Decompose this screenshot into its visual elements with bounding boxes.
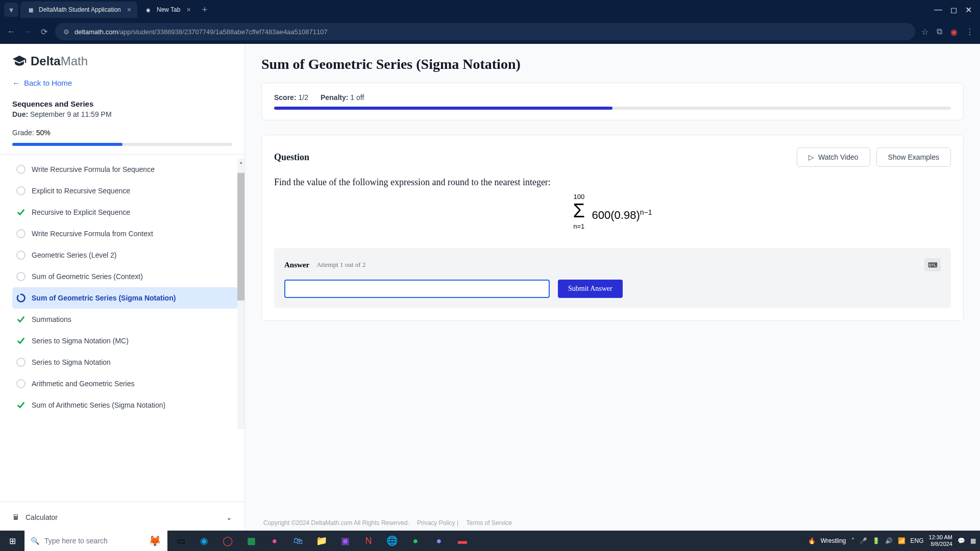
- discord-icon[interactable]: ●: [428, 531, 450, 551]
- check-icon: [16, 315, 26, 324]
- spotify-icon[interactable]: ●: [404, 531, 427, 551]
- show-examples-button[interactable]: Show Examples: [876, 147, 951, 167]
- edge-icon[interactable]: ◉: [193, 531, 215, 551]
- url-input[interactable]: ⚙ deltamath.com/app/student/3388938/2370…: [55, 23, 915, 40]
- due-value: September 9 at 11:59 PM: [28, 110, 111, 118]
- skill-item[interactable]: Arithmetic and Geometric Series: [12, 373, 238, 394]
- reload-icon[interactable]: ⟳: [39, 27, 49, 37]
- active-tab[interactable]: ▦ DeltaMath Student Application ×: [20, 2, 137, 18]
- skill-item[interactable]: Series to Sigma Notation (MC): [12, 330, 238, 352]
- grade-value: 50%: [36, 129, 51, 137]
- answer-heading: Answer: [284, 261, 309, 269]
- battery-icon[interactable]: 🔋: [872, 537, 880, 544]
- watch-video-label: Watch Video: [818, 153, 859, 161]
- skill-item[interactable]: Sum of Geometric Series (Sigma Notation): [12, 287, 238, 309]
- logo-math: Math: [61, 54, 88, 68]
- progress-icon: [16, 293, 26, 303]
- close-tab-icon[interactable]: ×: [127, 6, 131, 14]
- inactive-tab[interactable]: ◉ New Tab ×: [138, 2, 197, 18]
- page-title: Sum of Geometric Series (Sigma Notation): [261, 56, 964, 72]
- explorer-icon[interactable]: 📁: [310, 531, 333, 551]
- calculator-toggle[interactable]: 🖩 Calculator ⌄: [12, 508, 232, 527]
- maximize-icon[interactable]: ◻: [950, 5, 957, 15]
- lang-indicator[interactable]: ENG: [911, 537, 924, 544]
- weather-icon[interactable]: 🔥: [808, 537, 816, 544]
- sidebar: DeltaMath ← Back to Home Sequences and S…: [0, 44, 245, 551]
- formula-display: 100 Σ n=1 600(0.98)n−1: [274, 200, 951, 236]
- skill-item[interactable]: Series to Sigma Notation: [12, 352, 238, 373]
- menu-icon[interactable]: ⋮: [966, 27, 974, 37]
- clock[interactable]: 12:30 AM 8/8/2024: [929, 534, 952, 547]
- score-card: Score: 1/2 Penalty: 1 off: [261, 83, 964, 120]
- skill-item[interactable]: Geometric Series (Level 2): [12, 244, 238, 266]
- skill-item[interactable]: Sum of Arithmetic Series (Sigma Notation…: [12, 394, 238, 416]
- task-view-icon[interactable]: ▭: [169, 531, 192, 551]
- sigma-lower: n=1: [573, 222, 584, 230]
- terms-link[interactable]: Terms of Service: [466, 519, 511, 527]
- skill-item[interactable]: Summations: [12, 309, 238, 330]
- answer-section: Answer Attempt 1 out of 2 ⌨ Submit Answe…: [274, 248, 951, 308]
- mic-icon[interactable]: 🎤: [860, 537, 867, 544]
- logo[interactable]: DeltaMath: [12, 54, 232, 68]
- skill-label: Geometric Series (Level 2): [32, 251, 117, 259]
- minimize-icon[interactable]: ―: [934, 5, 942, 15]
- back-icon[interactable]: ←: [6, 27, 16, 36]
- play-icon: ▷: [808, 153, 814, 161]
- calculator-icon: 🖩: [12, 513, 19, 521]
- store-icon[interactable]: 🛍: [287, 531, 309, 551]
- skill-item[interactable]: Write Recursive Formula for Sequence: [12, 159, 238, 180]
- back-home-label: Back to Home: [24, 79, 72, 87]
- answer-input[interactable]: [284, 280, 550, 298]
- tray-overflow-icon[interactable]: ▦: [970, 537, 976, 544]
- privacy-link[interactable]: Privacy Policy: [417, 519, 455, 527]
- twitch-icon[interactable]: ▣: [334, 531, 356, 551]
- skill-item[interactable]: Write Recursive Formula from Context: [12, 223, 238, 244]
- new-tab-button[interactable]: +: [202, 5, 208, 15]
- close-tab-icon[interactable]: ×: [186, 6, 190, 14]
- question-prompt: Find the value of the following expressi…: [274, 177, 951, 188]
- profile-icon[interactable]: ◉: [950, 27, 958, 37]
- sigma-upper: 100: [573, 193, 584, 201]
- app-icon-red[interactable]: ▬: [451, 531, 474, 551]
- bookmark-icon[interactable]: ☆: [921, 27, 928, 37]
- site-info-icon[interactable]: ⚙: [63, 28, 69, 36]
- skill-item[interactable]: Sum of Geometric Series (Context): [12, 266, 238, 287]
- tray-chevron-icon[interactable]: ˄: [851, 537, 854, 544]
- wifi-icon[interactable]: 📶: [898, 537, 905, 544]
- tab-title: New Tab: [157, 6, 180, 13]
- keyboard-button[interactable]: ⌨: [924, 258, 941, 271]
- time: 12:30 AM: [929, 534, 952, 541]
- minecraft-icon[interactable]: ▦: [240, 531, 262, 551]
- skill-label: Recursive to Explicit Sequence: [32, 208, 130, 216]
- main-progress: [274, 107, 951, 110]
- search-placeholder: Type here to search: [44, 537, 108, 545]
- attempt-text: Attempt 1 out of 2: [316, 261, 365, 269]
- close-window-icon[interactable]: ✕: [965, 5, 972, 15]
- tab-search-button[interactable]: ▾: [4, 3, 18, 17]
- skill-item[interactable]: Explicit to Recursive Sequence: [12, 180, 238, 202]
- check-icon: [16, 336, 26, 345]
- app-icon[interactable]: ●: [263, 531, 286, 551]
- skill-label: Sum of Geometric Series (Context): [32, 272, 143, 281]
- skill-label: Write Recursive Formula from Context: [32, 230, 153, 238]
- scrollbar[interactable]: ▴: [237, 159, 244, 429]
- skill-label: Series to Sigma Notation (MC): [32, 337, 129, 345]
- netflix-icon[interactable]: N: [357, 531, 380, 551]
- taskbar-search[interactable]: 🔍 Type here to search 🦊: [24, 531, 167, 551]
- page-content: DeltaMath ← Back to Home Sequences and S…: [0, 44, 980, 551]
- chrome-icon[interactable]: 🌐: [381, 531, 403, 551]
- notifications-icon[interactable]: 💬: [958, 537, 965, 544]
- opera-icon[interactable]: ◯: [216, 531, 239, 551]
- submit-answer-button[interactable]: Submit Answer: [558, 280, 623, 298]
- watch-video-button[interactable]: ▷ Watch Video: [797, 147, 870, 167]
- back-to-home-link[interactable]: ← Back to Home: [0, 74, 244, 95]
- forward-icon[interactable]: →: [22, 27, 33, 36]
- scroll-up-icon[interactable]: ▴: [237, 159, 244, 166]
- skills-list[interactable]: Write Recursive Formula for SequenceExpl…: [0, 154, 244, 502]
- volume-icon[interactable]: 🔊: [885, 537, 893, 544]
- scrollbar-thumb[interactable]: [237, 173, 244, 300]
- skill-item[interactable]: Recursive to Explicit Sequence: [12, 202, 238, 223]
- start-button[interactable]: ⊞: [0, 531, 24, 551]
- extensions-icon[interactable]: ⧉: [937, 27, 942, 36]
- weather-text[interactable]: Wrestling: [821, 537, 846, 544]
